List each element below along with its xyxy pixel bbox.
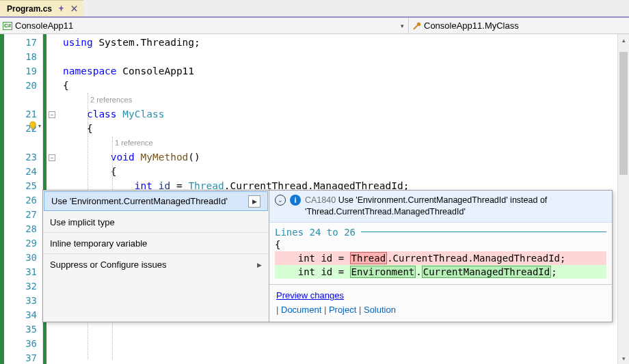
navigation-bar: C# ConsoleApp11 ▾ ConsoleApp11.MyClass bbox=[0, 18, 629, 34]
close-icon[interactable] bbox=[70, 5, 78, 12]
chevron-down-icon: ▾ bbox=[401, 23, 408, 29]
fix-scope-row: | Document | Project | Solution bbox=[276, 305, 605, 315]
chevron-down-circle-icon[interactable]: ⌄ bbox=[275, 195, 286, 206]
code-line[interactable]: { bbox=[60, 79, 629, 93]
fold-slot: − bbox=[46, 107, 60, 122]
code-line[interactable] bbox=[60, 322, 629, 337]
scroll-down-button[interactable]: ▾ bbox=[618, 352, 629, 364]
fold-slot bbox=[46, 64, 60, 79]
code-line[interactable]: namespace ConsoleApp11 bbox=[60, 64, 629, 79]
fold-slot bbox=[46, 322, 60, 337]
quick-action-item[interactable]: Suppress or Configure issues▶ bbox=[43, 254, 269, 275]
fold-slot bbox=[46, 50, 60, 64]
line-number: 34 bbox=[4, 308, 42, 322]
line-number: 23 bbox=[4, 150, 42, 165]
submenu-arrow-icon: ▶ bbox=[257, 262, 262, 268]
scope-project-link[interactable]: Project bbox=[329, 305, 356, 315]
code-line[interactable]: { bbox=[60, 122, 629, 136]
nav-class-text: ConsoleApp11.MyClass bbox=[424, 20, 519, 31]
preview-message: CA1840 Use 'Environment.CurrentManagedTh… bbox=[305, 195, 606, 218]
line-number: 35 bbox=[4, 322, 42, 337]
scroll-thumb[interactable] bbox=[619, 52, 628, 175]
preview-footer: Preview changes | Document | Project | S… bbox=[269, 284, 612, 322]
chevron-down-icon: ▾ bbox=[38, 123, 41, 129]
class-icon bbox=[412, 21, 421, 31]
quick-action-label: Suppress or Configure issues bbox=[50, 260, 167, 270]
expand-preview-button[interactable]: ▶ bbox=[248, 195, 260, 208]
line-number: 20 bbox=[4, 79, 42, 93]
code-line[interactable]: using System.Threading; bbox=[60, 36, 629, 50]
code-line[interactable]: void MyMethod() bbox=[60, 150, 629, 165]
line-number: 17 bbox=[4, 36, 42, 50]
diff-removed-line: int id = Thread.CurrentThread.ManagedThr… bbox=[275, 251, 606, 265]
quick-action-label: Inline temporary variable bbox=[50, 238, 147, 249]
line-number: 32 bbox=[4, 279, 42, 294]
line-number: 30 bbox=[4, 251, 42, 265]
scope-document-link[interactable]: Document bbox=[281, 305, 321, 315]
line-number: 19 bbox=[4, 64, 42, 79]
line-number: 18 bbox=[4, 50, 42, 64]
preview-diff: Lines 24 to 26 { int id = Thread.Current… bbox=[269, 223, 612, 284]
code-line[interactable]: { bbox=[60, 165, 629, 179]
lightbulb-icon bbox=[28, 121, 38, 130]
quick-action-item[interactable]: Inline temporary variable bbox=[43, 233, 269, 254]
line-number bbox=[4, 136, 42, 150]
file-tab[interactable]: Program.cs bbox=[0, 0, 83, 16]
scope-solution-link[interactable]: Solution bbox=[364, 305, 396, 315]
line-number: 36 bbox=[4, 337, 42, 351]
line-number-gutter: 1718192021222324252627282930313233343536… bbox=[4, 34, 43, 364]
fold-slot bbox=[46, 122, 60, 136]
fold-slot bbox=[46, 93, 60, 107]
fold-slot bbox=[46, 337, 60, 351]
quick-action-label: Use implicit type bbox=[50, 217, 115, 227]
fold-slot bbox=[46, 36, 60, 50]
fold-toggle[interactable]: − bbox=[49, 154, 55, 161]
line-number: 26 bbox=[4, 193, 42, 208]
fold-slot bbox=[46, 165, 60, 179]
line-number: 37 bbox=[4, 351, 42, 364]
csharp-file-icon: C# bbox=[3, 22, 12, 30]
pin-icon[interactable] bbox=[57, 5, 65, 12]
diff-added-line: int id = Environment.CurrentManagedThrea… bbox=[275, 265, 606, 279]
fold-slot: − bbox=[46, 150, 60, 165]
code-line[interactable] bbox=[60, 337, 629, 351]
line-number: 28 bbox=[4, 222, 42, 236]
fold-slot bbox=[46, 79, 60, 93]
nav-scope-dropdown[interactable]: C# ConsoleApp11 ▾ bbox=[0, 18, 409, 33]
line-number: 33 bbox=[4, 294, 42, 308]
code-line[interactable]: class MyClass bbox=[60, 107, 629, 122]
preview-range: Lines 24 to 26 bbox=[275, 227, 606, 238]
line-number: 29 bbox=[4, 236, 42, 251]
quick-actions-menu: Use 'Environment.CurrentManagedThreadId'… bbox=[43, 191, 269, 322]
divider-line bbox=[361, 232, 606, 232]
lightbulb-quick-actions[interactable]: ▾ bbox=[28, 119, 46, 132]
tab-filename: Program.cs bbox=[7, 4, 52, 14]
fold-slot bbox=[46, 136, 60, 150]
codelens-references[interactable]: 2 references bbox=[60, 93, 629, 107]
quick-action-item[interactable]: Use implicit type bbox=[43, 212, 269, 233]
vertical-scrollbar[interactable]: ▴ ▾ bbox=[617, 34, 629, 364]
scroll-up-button[interactable]: ▴ bbox=[618, 34, 629, 46]
quick-actions-preview: ⌄ i CA1840 Use 'Environment.CurrentManag… bbox=[269, 191, 612, 322]
preview-header: ⌄ i CA1840 Use 'Environment.CurrentManag… bbox=[269, 191, 612, 223]
code-line[interactable] bbox=[60, 351, 629, 364]
analyzer-id: CA1840 bbox=[305, 195, 336, 205]
quick-action-item[interactable]: Use 'Environment.CurrentManagedThreadId'… bbox=[44, 191, 268, 211]
quick-actions-popup: Use 'Environment.CurrentManagedThreadId'… bbox=[42, 190, 613, 322]
diff-context: { bbox=[275, 238, 606, 251]
fold-toggle[interactable]: − bbox=[49, 111, 55, 118]
line-number: 27 bbox=[4, 208, 42, 222]
quick-action-label: Use 'Environment.CurrentManagedThreadId' bbox=[51, 196, 228, 206]
line-number: 31 bbox=[4, 265, 42, 279]
line-number: 24 bbox=[4, 165, 42, 179]
preview-changes-link[interactable]: Preview changes bbox=[276, 290, 344, 300]
line-number bbox=[4, 93, 42, 107]
nav-class-dropdown[interactable]: ConsoleApp11.MyClass bbox=[409, 18, 519, 33]
svg-rect-0 bbox=[31, 128, 34, 130]
fold-slot bbox=[46, 351, 60, 364]
nav-scope-text: ConsoleApp11 bbox=[15, 20, 73, 31]
tab-bar: Program.cs bbox=[0, 0, 629, 18]
codelens-references[interactable]: 1 reference bbox=[60, 136, 629, 150]
code-line[interactable] bbox=[60, 50, 629, 64]
line-number: 25 bbox=[4, 179, 42, 193]
